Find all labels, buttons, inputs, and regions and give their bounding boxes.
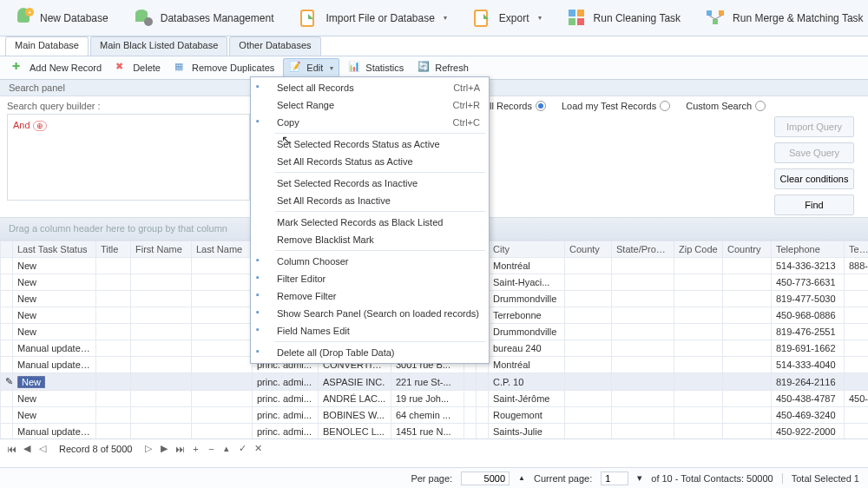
cell[interactable]: New [13, 291, 96, 307]
col-header[interactable]: Last Name [192, 241, 253, 258]
cell[interactable]: 450- [845, 391, 869, 407]
cleaning-task-button[interactable]: Run Cleaning Task [559, 3, 688, 33]
cell[interactable] [131, 324, 192, 340]
cell[interactable]: 888- [845, 258, 869, 274]
col-header[interactable]: Telephone [772, 241, 845, 258]
cell[interactable] [565, 340, 612, 357]
cell[interactable]: New [13, 373, 96, 391]
cell[interactable]: 221 rue St-... [391, 373, 464, 391]
cell[interactable] [96, 307, 131, 324]
cell[interactable] [674, 373, 723, 391]
perpage-input[interactable] [461, 472, 510, 485]
cell[interactable] [845, 424, 869, 439]
cell[interactable]: Saint-Hyaci... [489, 274, 565, 291]
cell[interactable] [612, 324, 674, 340]
cell[interactable] [1, 324, 13, 340]
cell[interactable]: Manual updated... [13, 357, 96, 373]
cell[interactable] [477, 407, 489, 424]
cell[interactable] [674, 258, 723, 274]
radio-load-test[interactable]: Load my Test Records [562, 101, 670, 111]
cell[interactable]: Manual updated... [13, 340, 96, 357]
cell[interactable] [612, 307, 674, 324]
cell[interactable]: 819-476-2551 [772, 324, 845, 340]
cell[interactable] [674, 407, 723, 424]
cell[interactable] [565, 424, 612, 439]
cell[interactable] [131, 340, 192, 357]
cell[interactable] [674, 274, 723, 291]
col-header[interactable] [1, 241, 13, 258]
cell[interactable]: ✎ [1, 373, 13, 391]
cell[interactable]: princ. admi... [253, 391, 319, 407]
cell[interactable] [96, 291, 131, 307]
first-page[interactable]: ⏮ [5, 444, 17, 454]
cell[interactable]: princ. admi... [253, 373, 319, 391]
cell[interactable] [131, 291, 192, 307]
menu-item[interactable]: Remove Blacklist Mark [251, 231, 489, 248]
clear-conditions-button[interactable]: Clear conditions [774, 168, 854, 189]
cell[interactable] [674, 291, 723, 307]
statistics-button[interactable]: 📊Statistics [343, 59, 409, 76]
menu-item[interactable]: ▪Delete all (Drop Table Data) [251, 344, 489, 361]
col-header[interactable]: Telep [845, 241, 869, 258]
cell[interactable]: 19 rue Joh... [391, 391, 464, 407]
cell[interactable] [192, 324, 253, 340]
cell[interactable] [192, 424, 253, 439]
cell[interactable] [477, 391, 489, 407]
cell[interactable] [674, 357, 723, 373]
cell[interactable]: 819-264-2116 [772, 373, 845, 391]
radio-custom-search[interactable]: Custom Search [686, 101, 766, 111]
cell[interactable] [845, 407, 869, 424]
import-button[interactable]: Import File or Database [291, 3, 453, 33]
save-query-button[interactable]: Save Query [774, 142, 854, 163]
cell[interactable] [192, 291, 253, 307]
edit-rec[interactable]: ▴ [220, 443, 233, 454]
cell[interactable] [723, 307, 772, 324]
cell[interactable] [1, 357, 13, 373]
cell[interactable]: New [13, 324, 96, 340]
refresh-button[interactable]: 🔄Refresh [412, 59, 474, 76]
cell[interactable] [1, 274, 13, 291]
cell[interactable] [845, 291, 869, 307]
cell[interactable]: 450-469-3240 [772, 407, 845, 424]
cell[interactable]: Rougemont [489, 407, 565, 424]
cell[interactable]: 819-691-1662 [772, 340, 845, 357]
cell[interactable] [723, 424, 772, 439]
cell[interactable]: New [13, 407, 96, 424]
cell[interactable] [1, 291, 13, 307]
cancel[interactable]: ✕ [252, 443, 264, 454]
edit-button[interactable]: 📝Edit [283, 58, 339, 77]
cell[interactable]: 450-922-2000 [772, 424, 845, 439]
cell[interactable] [565, 307, 612, 324]
cell[interactable] [674, 324, 723, 340]
col-header[interactable]: City [489, 241, 565, 258]
col-header[interactable]: Zip Code [674, 241, 723, 258]
cell[interactable]: 450-438-4787 [772, 391, 845, 407]
menu-item[interactable]: ▪Column Chooser [251, 253, 489, 270]
cell[interactable] [1, 307, 13, 324]
cell[interactable] [845, 274, 869, 291]
col-header[interactable]: Country [723, 241, 772, 258]
cell[interactable] [612, 274, 674, 291]
cell[interactable] [723, 340, 772, 357]
cell[interactable] [192, 407, 253, 424]
menu-item[interactable]: ▪Field Names Edit [251, 322, 489, 340]
cell[interactable] [845, 324, 869, 340]
col-header[interactable]: Last Task Status [13, 241, 96, 258]
cell[interactable]: 450-773-6631 [772, 274, 845, 291]
cell[interactable] [674, 340, 723, 357]
cell[interactable]: Manual updated... [13, 424, 96, 439]
next-rec[interactable]: ▷ [142, 443, 155, 454]
find-button[interactable]: Find [774, 195, 854, 215]
col-header[interactable]: County [565, 241, 612, 258]
cell[interactable]: 450-968-0886 [772, 307, 845, 324]
cell[interactable] [1, 340, 13, 357]
cell[interactable] [131, 424, 192, 439]
cell[interactable] [192, 357, 253, 373]
cell[interactable]: princ. admi... [253, 407, 319, 424]
cell[interactable] [845, 373, 869, 391]
table-row[interactable]: Newprinc. admi...ANDRÉ LAC...19 rue Joh.… [1, 391, 869, 407]
cell[interactable] [96, 424, 131, 439]
cell[interactable] [192, 391, 253, 407]
cell[interactable] [723, 407, 772, 424]
and-condition[interactable]: And ⊕ [13, 120, 47, 130]
